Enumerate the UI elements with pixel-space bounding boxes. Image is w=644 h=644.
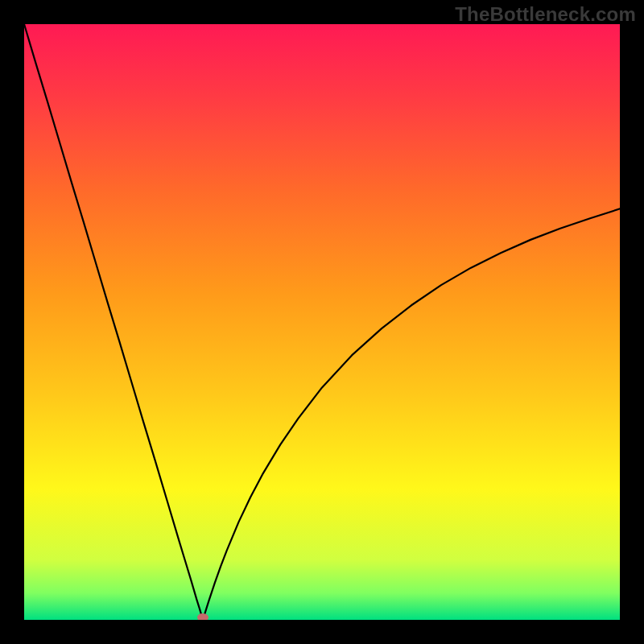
- chart-frame: TheBottleneck.com: [0, 0, 644, 644]
- watermark-text: TheBottleneck.com: [455, 3, 636, 26]
- bottleneck-plot: [24, 24, 620, 620]
